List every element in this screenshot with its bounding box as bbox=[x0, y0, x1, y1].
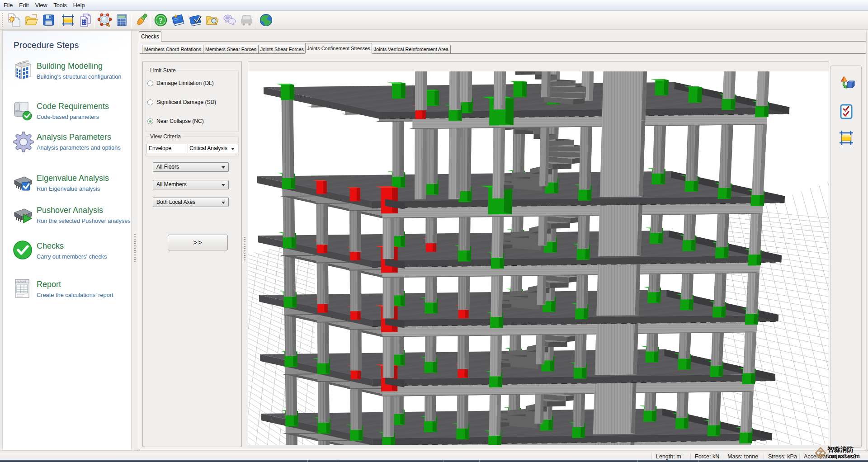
radio-nc-circle[interactable] bbox=[147, 118, 153, 124]
new-project-button[interactable] bbox=[5, 12, 23, 29]
subtab-joints-shear-forces[interactable]: Joints Shear Forces bbox=[258, 45, 306, 53]
taskbar-segment bbox=[337, 460, 337, 462]
sidebar-title: Procedure Steps bbox=[14, 40, 131, 50]
support-disabled-button[interactable] bbox=[238, 12, 255, 29]
status-mass: Mass: tonne bbox=[723, 453, 764, 460]
menu-view[interactable]: View bbox=[32, 1, 51, 10]
step-icon-1 bbox=[11, 99, 34, 122]
radio-sd-circle[interactable] bbox=[147, 99, 153, 105]
options-panel: Limit State Damage Limitation (DL) Signi… bbox=[142, 61, 242, 447]
status-bar: Length: m Force: kN Mass: tonne Stress: … bbox=[0, 453, 868, 460]
forum-button[interactable] bbox=[221, 12, 238, 29]
procedure-steps-panel: Procedure Steps Building Modelling Build… bbox=[2, 30, 132, 450]
main-area: Checks Members Chord RotationsMembers Sh… bbox=[139, 30, 866, 450]
taskbar-segment bbox=[698, 460, 699, 462]
floors-select[interactable]: All Floors bbox=[153, 162, 229, 172]
radio-dl-circle[interactable] bbox=[147, 80, 153, 86]
status-force: Force: kN bbox=[690, 453, 723, 460]
checks-frame: Members Chord RotationsMembers Shear For… bbox=[139, 41, 866, 450]
step-icon-5 bbox=[11, 238, 34, 262]
limit-state-label: Limit State bbox=[149, 67, 177, 74]
window-edge-left bbox=[0, 30, 2, 453]
taskbar-segment bbox=[443, 460, 443, 462]
radio-damage-limitation[interactable]: Damage Limitation (DL) bbox=[147, 80, 214, 86]
subtab-members-shear-forces[interactable]: Members Shear Forces bbox=[203, 45, 259, 53]
step-icon-6: REPORT bbox=[11, 277, 34, 300]
building-modeller-button[interactable] bbox=[59, 12, 76, 29]
checks-list-button[interactable] bbox=[837, 102, 856, 121]
toolbar-grip[interactable] bbox=[2, 13, 4, 28]
members-arrow-icon[interactable] bbox=[222, 184, 225, 186]
copy-report-button[interactable] bbox=[76, 12, 94, 29]
menu-edit[interactable]: Edit bbox=[16, 1, 32, 10]
tab-checks[interactable]: Checks bbox=[139, 31, 161, 42]
model-canvas[interactable] bbox=[248, 71, 829, 445]
step-icon-2 bbox=[11, 129, 34, 153]
toolbar-separator bbox=[151, 13, 151, 28]
toolbar-buttons: ? bbox=[5, 12, 274, 29]
taskbar-segment bbox=[307, 460, 308, 462]
deformed-shape-button[interactable] bbox=[837, 74, 856, 93]
axes-select[interactable]: Both Local Axes bbox=[153, 198, 229, 207]
taskbar-strip bbox=[0, 460, 868, 462]
subtab-joints-vertical-reinforcement-area[interactable]: Joints Vertical Reinforcement Area bbox=[372, 45, 451, 53]
verification-report-button[interactable] bbox=[186, 12, 203, 29]
subtab-members-chord-rotations[interactable]: Members Chord Rotations bbox=[142, 45, 203, 53]
radio-significant-damage[interactable]: Significant Damage (SD) bbox=[147, 99, 216, 105]
analysis-value[interactable]: Critical Analysis bbox=[188, 144, 238, 153]
subtab-joints-confinement-stresses[interactable]: Joints Confinement Stresses bbox=[305, 43, 372, 53]
calculations-button[interactable] bbox=[113, 12, 130, 29]
step-icon-0 bbox=[11, 58, 34, 82]
browse-results-button[interactable] bbox=[203, 12, 221, 29]
taskbar-segment bbox=[637, 460, 638, 462]
window-edge-right bbox=[866, 30, 868, 453]
menu-help[interactable]: Help bbox=[70, 1, 88, 10]
view-3d-model-button[interactable] bbox=[96, 12, 113, 29]
joints-confinement-content: Limit State Damage Limitation (DL) Signi… bbox=[140, 53, 866, 450]
user-manual-button[interactable] bbox=[169, 12, 186, 29]
step-icon-4 bbox=[11, 203, 34, 226]
status-stress: Stress: kPa bbox=[764, 453, 799, 460]
svg-text:?: ? bbox=[159, 16, 163, 25]
watermark: 智淼消防 zmjaxf.com bbox=[814, 445, 868, 460]
menu-tools[interactable]: Tools bbox=[51, 1, 70, 10]
right-toolbox bbox=[830, 66, 862, 448]
options-splitter-grip[interactable] bbox=[243, 237, 246, 262]
open-project-button[interactable] bbox=[23, 12, 40, 29]
envelope-value[interactable]: Envelope bbox=[146, 144, 188, 153]
watermark-logo-icon bbox=[815, 447, 826, 459]
toolbar-separator bbox=[131, 13, 132, 28]
view-criteria-combo[interactable]: Envelope Critical Analysis bbox=[146, 144, 238, 153]
view-criteria-label: View Criteria bbox=[149, 133, 182, 140]
step-icon-3 bbox=[11, 170, 34, 194]
svg-text:REPORT: REPORT bbox=[17, 280, 26, 283]
taskbar-segment bbox=[479, 460, 480, 462]
toolbar-separator bbox=[256, 13, 256, 28]
menu-bar: File Edit View Tools Help bbox=[0, 0, 868, 11]
save-project-button[interactable] bbox=[40, 12, 57, 29]
toolbar-separator bbox=[94, 13, 95, 28]
axes-arrow-icon[interactable] bbox=[222, 202, 225, 204]
model-3d bbox=[248, 71, 829, 445]
menu-file[interactable]: File bbox=[0, 1, 16, 10]
help-button[interactable]: ? bbox=[152, 12, 169, 29]
sidebar-splitter-grip[interactable] bbox=[133, 234, 137, 262]
website-button[interactable] bbox=[257, 12, 274, 29]
watermark-url: zmjaxf.com bbox=[828, 453, 860, 459]
display-options-button[interactable] bbox=[132, 12, 150, 29]
toolbar-separator bbox=[58, 13, 58, 28]
radio-near-collapse[interactable]: Near Collapse (NC) bbox=[147, 118, 204, 124]
members-select[interactable]: All Members bbox=[153, 180, 229, 189]
model-viewport bbox=[248, 61, 829, 445]
toolbar: ? bbox=[0, 11, 868, 30]
combo-arrow-icon[interactable] bbox=[231, 148, 235, 150]
floors-arrow-icon[interactable] bbox=[222, 166, 225, 169]
apply-button[interactable]: >> bbox=[168, 235, 228, 250]
status-length: Length: m bbox=[651, 453, 690, 460]
member-section-button[interactable] bbox=[837, 128, 856, 147]
